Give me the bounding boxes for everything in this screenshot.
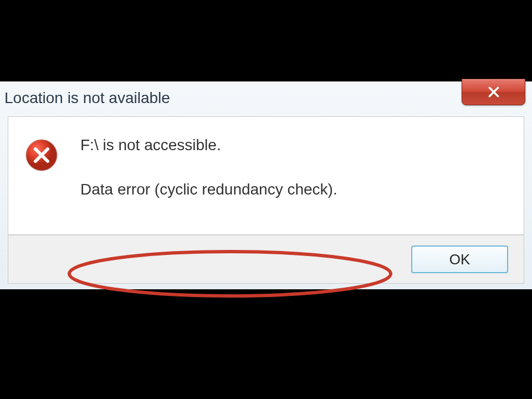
dialog-button-bar: OK	[8, 235, 524, 284]
message-secondary: Data error (cyclic redundancy check).	[80, 181, 337, 198]
message-primary: F:\ is not accessible.	[80, 136, 513, 154]
content-row: F:\ is not accessible. Data error (cycli…	[25, 136, 513, 198]
close-button[interactable]	[462, 79, 525, 105]
error-x-icon	[25, 139, 58, 172]
ok-button[interactable]: OK	[411, 245, 508, 273]
ok-button-label: OK	[449, 251, 470, 268]
dialog-title: Location is not available	[4, 89, 170, 107]
dialog-titlebar: Location is not available	[0, 81, 532, 115]
close-icon	[488, 86, 500, 98]
message-block: F:\ is not accessible. Data error (cycli…	[80, 136, 513, 198]
error-dialog: Location is not available	[0, 81, 532, 289]
dialog-content: F:\ is not accessible. Data error (cycli…	[8, 116, 524, 235]
